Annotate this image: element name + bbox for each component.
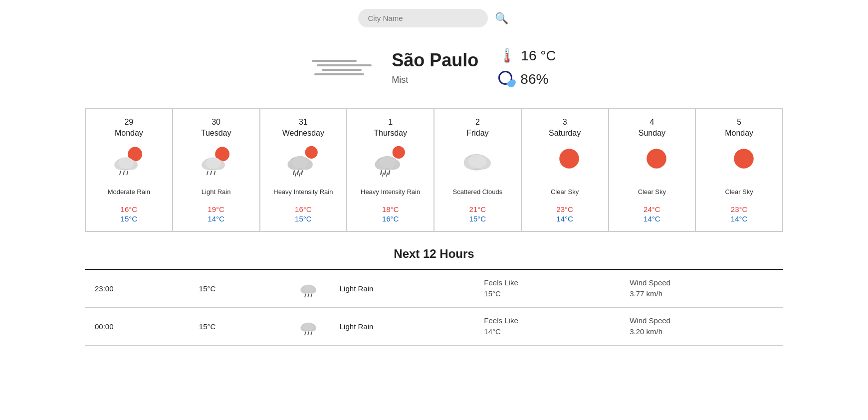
svg-line-13 [207, 171, 208, 175]
forecast-section: 29Monday Moderate Rain 16°C 15°C 30Tuesd… [85, 108, 783, 232]
hourly-feels: Feels Like15°C [474, 269, 620, 308]
next12-section: Next 12 Hours 23:00 15°C Light Rain Feel… [85, 247, 783, 346]
temp-low: 14°C [556, 214, 573, 223]
svg-line-56 [311, 332, 312, 335]
hourly-temp: 15°C [189, 307, 288, 345]
forecast-temps: 23°C 14°C [556, 205, 573, 223]
svg-line-48 [308, 294, 309, 297]
forecast-icon [547, 146, 583, 176]
temp-low: 15°C [469, 214, 486, 223]
hourly-wind: Wind Speed3.77 km/h [620, 269, 783, 308]
hourly-condition: Light Rain [330, 307, 474, 345]
forecast-icon [721, 146, 757, 176]
svg-line-55 [308, 332, 309, 335]
forecast-grid: 29Monday Moderate Rain 16°C 15°C 30Tuesd… [85, 108, 783, 232]
forecast-date: 5Monday [725, 117, 753, 139]
forecast-temps: 19°C 14°C [208, 205, 224, 223]
temp-low: 16°C [382, 214, 399, 223]
temperature-row: 🌡️ 16 °C [498, 47, 556, 64]
forecast-card: 2Friday Scattered Clouds 21°C 15°C [434, 108, 521, 231]
forecast-temps: 16°C 15°C [295, 205, 312, 223]
search-button[interactable]: 🔍 [493, 10, 510, 27]
forecast-temps: 16°C 15°C [121, 205, 138, 223]
svg-line-49 [311, 294, 312, 297]
hourly-time: 00:00 [85, 307, 189, 345]
forecast-condition: Light Rain [202, 183, 231, 201]
forecast-date: 30Tuesday [201, 117, 231, 139]
forecast-card: 31Wednesday Heavy Intensity Rain 16°C 15… [260, 108, 347, 231]
svg-point-12 [206, 158, 221, 169]
forecast-icon [634, 146, 670, 176]
city-info: São Paulo Mist [392, 50, 478, 85]
svg-point-20 [292, 156, 308, 169]
forecast-condition: Scattered Clouds [453, 183, 503, 201]
forecast-card: 3Saturday Clear Sky 23°C 14°C [521, 108, 609, 231]
current-condition: Mist [392, 75, 478, 85]
forecast-date: 1Thursday [374, 117, 407, 139]
svg-point-53 [303, 323, 313, 331]
svg-line-32 [385, 171, 386, 175]
hourly-icon [288, 269, 330, 308]
search-icon: 🔍 [495, 12, 508, 24]
forecast-date: 31Wednesday [282, 117, 324, 139]
svg-line-22 [297, 171, 298, 175]
thermometer-icon: 🌡️ [498, 47, 516, 64]
hourly-wind: Wind Speed3.20 km/h [620, 307, 783, 345]
svg-point-41 [647, 149, 666, 169]
svg-line-35 [387, 173, 388, 176]
svg-point-26 [392, 146, 405, 159]
forecast-date: 4Sunday [639, 117, 665, 139]
forecast-icon [111, 146, 147, 176]
svg-line-6 [124, 171, 125, 175]
forecast-icon [373, 146, 409, 176]
hourly-row: 23:00 15°C Light Rain Feels Like15°C Win… [85, 269, 783, 308]
svg-line-14 [211, 171, 212, 175]
temp-low: 14°C [208, 214, 224, 223]
forecast-card: 5Monday Clear Sky 23°C 14°C [695, 108, 783, 231]
temp-high: 16°C [295, 205, 312, 213]
forecast-temps: 24°C 14°C [644, 205, 660, 223]
hourly-feels: Feels Like14°C [474, 307, 620, 345]
temp-high: 23°C [556, 205, 573, 213]
svg-point-39 [468, 155, 486, 168]
svg-line-21 [293, 171, 294, 175]
svg-point-42 [734, 149, 754, 169]
svg-point-40 [559, 149, 579, 169]
forecast-temps: 23°C 14°C [731, 205, 748, 223]
temp-low: 14°C [644, 214, 660, 223]
forecast-card: 4Sunday Clear Sky 24°C 14°C [609, 108, 696, 231]
svg-line-47 [305, 294, 306, 297]
svg-point-46 [303, 285, 313, 293]
temp-humidity-block: 🌡️ 16 °C 86% [498, 47, 556, 88]
forecast-condition: Heavy Intensity Rain [361, 183, 420, 201]
hourly-temp: 15°C [189, 269, 288, 308]
svg-line-7 [127, 171, 128, 175]
forecast-condition: Clear Sky [551, 183, 579, 201]
hourly-condition: Light Rain [330, 269, 474, 308]
temp-low: 15°C [121, 214, 138, 223]
svg-point-30 [379, 156, 395, 169]
forecast-date: 3Saturday [549, 117, 581, 139]
temp-high: 24°C [644, 205, 660, 213]
svg-point-16 [305, 146, 317, 159]
temp-high: 16°C [121, 205, 138, 213]
search-area: 🔍 [0, 0, 868, 32]
humidity-icon [498, 71, 515, 88]
svg-line-23 [301, 171, 302, 175]
city-search-input[interactable] [358, 9, 488, 27]
forecast-card: 29Monday Moderate Rain 16°C 15°C [85, 108, 173, 231]
forecast-card: 30Tuesday Light Rain 19°C 14°C [173, 108, 260, 231]
svg-line-25 [299, 173, 300, 176]
svg-line-54 [305, 332, 306, 335]
svg-line-31 [381, 171, 382, 175]
next12-title: Next 12 Hours [85, 247, 783, 261]
svg-line-34 [382, 173, 383, 176]
temp-high: 21°C [469, 205, 486, 213]
forecast-condition: Clear Sky [725, 183, 753, 201]
forecast-icon [459, 146, 495, 176]
svg-line-15 [215, 171, 216, 175]
city-name: São Paulo [392, 50, 478, 71]
svg-line-33 [389, 171, 390, 175]
temp-high: 18°C [382, 205, 399, 213]
hourly-row: 00:00 15°C Light Rain Feels Like14°C Win… [85, 307, 783, 345]
